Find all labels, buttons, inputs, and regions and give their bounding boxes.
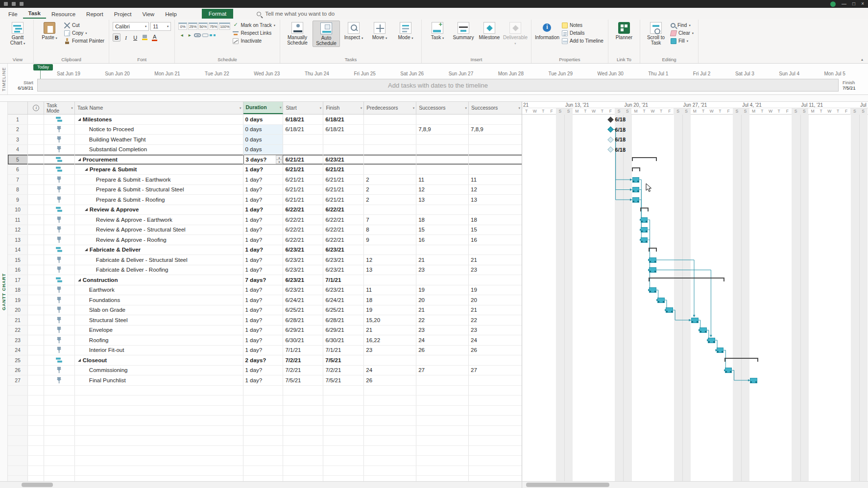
cell-successors-2[interactable]: 12	[469, 185, 522, 195]
auto-schedule-button[interactable]: Auto Schedule	[313, 21, 340, 47]
empty-cell[interactable]	[75, 386, 243, 395]
cell-finish[interactable]: 6/25/21	[323, 305, 364, 315]
task-row-5[interactable]: 5Procurement3 days?▴▾6/21/216/23/21	[8, 155, 522, 165]
empty-cell[interactable]	[283, 456, 323, 465]
empty-cell[interactable]	[323, 466, 364, 476]
row-number[interactable]: 26	[8, 366, 28, 375]
empty-cell[interactable]	[75, 436, 243, 445]
gantt-task-bar-21[interactable]	[691, 318, 699, 323]
cell-info[interactable]	[28, 315, 44, 325]
empty-cell[interactable]	[469, 456, 522, 465]
empty-cell[interactable]	[323, 446, 364, 456]
cell-predecessors[interactable]	[364, 155, 416, 164]
cell-duration[interactable]: 1 day?	[243, 346, 284, 355]
cell-duration[interactable]: 1 day?	[243, 205, 284, 215]
scrollbar-thumb[interactable]	[22, 483, 53, 487]
cell-successors[interactable]: 7,8,9	[416, 125, 469, 135]
empty-cell[interactable]	[28, 416, 44, 425]
cell-duration[interactable]: 1 day?	[243, 215, 284, 225]
empty-cell[interactable]	[243, 416, 284, 425]
gantt-task-bar-16[interactable]	[649, 267, 656, 273]
empty-row[interactable]	[8, 436, 522, 446]
task-mode-icon[interactable]	[44, 335, 75, 345]
insert-task-button[interactable]: Task ▾	[425, 21, 450, 41]
cell-successors[interactable]	[416, 205, 469, 215]
cell-successors[interactable]: 23	[416, 325, 469, 335]
empty-cell[interactable]	[469, 386, 522, 395]
cell-duration[interactable]: 7 days?	[243, 275, 284, 285]
cell-successors-2[interactable]: 21	[469, 255, 522, 265]
row-number[interactable]: 13	[8, 235, 28, 245]
cell-finish[interactable]: 6/18/21	[323, 115, 364, 124]
task-row-15[interactable]: 15Fabricate & Deliver - Structural Steel…	[8, 255, 522, 265]
empty-cell[interactable]	[469, 406, 522, 416]
empty-cell[interactable]	[323, 456, 364, 465]
spin-down-icon[interactable]: ▾	[276, 160, 282, 164]
row-number[interactable]: 4	[8, 145, 28, 155]
timeline-band[interactable]: Add tasks with dates to the timeline	[37, 79, 839, 92]
cell-task-name[interactable]: Structural Steel	[75, 315, 243, 325]
cell-task-name[interactable]: Closeout	[75, 355, 243, 365]
task-row-21[interactable]: 21Structural Steel1 day?6/28/216/28/2115…	[8, 315, 522, 325]
empty-row[interactable]	[8, 395, 522, 406]
task-mode-icon[interactable]	[44, 255, 75, 265]
cell-successors-2[interactable]	[469, 135, 522, 144]
cell-info[interactable]	[28, 295, 44, 305]
cell-start[interactable]: 6/23/21	[283, 255, 323, 265]
empty-cell[interactable]	[8, 436, 28, 445]
bold-button[interactable]: B	[113, 33, 121, 42]
row-number[interactable]: 27	[8, 375, 28, 385]
empty-cell[interactable]	[28, 395, 44, 405]
cell-duration[interactable]: 1 day?	[243, 265, 284, 275]
cell-predecessors[interactable]: 16,22	[364, 335, 416, 345]
collapse-ribbon-icon[interactable]: ▴	[861, 57, 863, 62]
task-mode-icon[interactable]	[44, 245, 75, 255]
empty-cell[interactable]	[283, 416, 323, 425]
cell-start[interactable]: 6/18/21	[283, 115, 323, 124]
row-number[interactable]: 23	[8, 335, 28, 345]
gantt-task-bar-11[interactable]	[641, 217, 648, 223]
cell-successors-2[interactable]: 22	[469, 315, 522, 325]
clear-button[interactable]: Clear ▾	[670, 30, 695, 36]
row-number[interactable]: 16	[8, 265, 28, 275]
cell-successors-2[interactable]: 13	[469, 195, 522, 205]
row-number[interactable]: 24	[8, 346, 28, 355]
cell-successors[interactable]	[416, 355, 469, 365]
cell-successors-2[interactable]: 24	[469, 335, 522, 345]
cell-finish[interactable]: 6/22/21	[323, 225, 364, 235]
cell-successors[interactable]	[416, 245, 469, 255]
cell-finish[interactable]: 6/21/21	[323, 185, 364, 195]
expand-triangle-icon[interactable]	[85, 168, 88, 171]
empty-cell[interactable]	[364, 436, 416, 445]
column-header-predecessors[interactable]: Predecessors▾	[364, 102, 416, 114]
cell-finish[interactable]: 6/24/21	[323, 295, 364, 305]
cell-start[interactable]	[283, 135, 323, 144]
task-row-27[interactable]: 27Final Punchlist1 day?7/5/217/5/2126	[8, 375, 522, 386]
cell-predecessors[interactable]: 9	[364, 235, 416, 245]
underline-button[interactable]: U	[131, 33, 139, 42]
cell-successors-2[interactable]: 19	[469, 285, 522, 295]
cell-successors-2[interactable]	[469, 145, 522, 155]
cell-start[interactable]: 6/25/21	[283, 305, 323, 315]
empty-row[interactable]	[8, 386, 522, 396]
empty-cell[interactable]	[28, 426, 44, 436]
task-row-2[interactable]: 2Notice to Proceed0 days6/18/216/18/217,…	[8, 125, 522, 135]
empty-cell[interactable]	[323, 416, 364, 425]
cell-task-name[interactable]: Review & Approve - Roofing	[75, 235, 243, 245]
cell-successors[interactable]	[416, 155, 469, 164]
cell-successors-2[interactable]: 16	[469, 235, 522, 245]
cell-info[interactable]	[28, 235, 44, 245]
cell-start[interactable]: 6/21/21	[283, 155, 323, 164]
task-row-12[interactable]: 12Review & Approve - Structural Steel1 d…	[8, 225, 522, 235]
percent-complete-50-button[interactable]: 50%	[198, 23, 208, 30]
cell-duration[interactable]: 1 day?	[243, 305, 284, 315]
task-mode-icon[interactable]	[44, 275, 75, 285]
cell-info[interactable]	[28, 175, 44, 185]
mark-on-track-button[interactable]: Mark on Track ▾	[232, 22, 276, 28]
empty-cell[interactable]	[364, 406, 416, 416]
cell-successors-2[interactable]	[469, 275, 522, 285]
expand-triangle-icon[interactable]	[78, 118, 81, 121]
row-number[interactable]: 18	[8, 285, 28, 295]
task-mode-icon[interactable]	[44, 285, 75, 295]
task-mode-icon[interactable]	[44, 115, 75, 124]
